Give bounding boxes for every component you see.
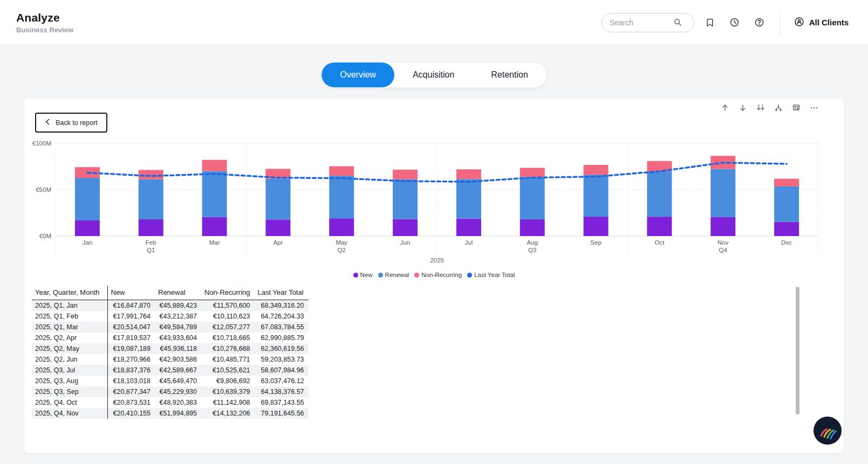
- value-cell: €10,110,623: [201, 311, 255, 322]
- table-scrollbar[interactable]: [796, 287, 799, 414]
- row-label-cell: 2025, Q1, Jan: [32, 300, 107, 311]
- table-header-row: Year, Quarter, MonthNewRenewalNon-Recurr…: [32, 286, 309, 300]
- table-row[interactable]: 2025, Q3, Jul€18,837,376€42,589,667€10,5…: [32, 365, 309, 376]
- bar-segment-non-recurring[interactable]: [393, 170, 418, 179]
- bar-segment-new[interactable]: [329, 218, 354, 236]
- back-to-report-button[interactable]: Back to report: [35, 113, 107, 133]
- bar-segment-new[interactable]: [456, 219, 481, 236]
- legend-item-new[interactable]: New: [353, 272, 373, 278]
- bar-segment-renewal[interactable]: [75, 178, 100, 220]
- bar-segment-renewal[interactable]: [647, 171, 672, 217]
- bar-segment-new[interactable]: [75, 220, 100, 236]
- bar-segment-new[interactable]: [584, 217, 609, 236]
- legend-item-renewal[interactable]: Renewal: [378, 272, 409, 278]
- bar-segment-non-recurring[interactable]: [520, 168, 545, 177]
- table-row[interactable]: 2025, Q2, May€19,087,189€45,936,118€10,2…: [32, 343, 309, 354]
- bar-segment-renewal[interactable]: [202, 171, 227, 217]
- tab-bar: OverviewAcquisitionRetention: [321, 62, 547, 88]
- bar-segment-renewal[interactable]: [710, 169, 735, 217]
- page-title: Analyze: [16, 11, 73, 24]
- value-cell: €49,584,789: [155, 322, 201, 333]
- bar-segment-new[interactable]: [774, 222, 799, 236]
- value-cell: €45,229,930: [155, 386, 201, 397]
- table-row[interactable]: 2025, Q2, Jun€18,270,966€42,903,586€10,4…: [32, 354, 309, 365]
- svg-text:Q4: Q4: [719, 247, 728, 253]
- revenue-chart[interactable]: €0M€50M€100MJanFebMarAprMayJunJulAugSepO…: [30, 137, 838, 268]
- bar-segment-new[interactable]: [202, 217, 227, 236]
- bar-segment-new[interactable]: [139, 219, 163, 236]
- bar-segment-renewal[interactable]: [139, 179, 163, 219]
- back-chevron-icon: [45, 119, 50, 127]
- bar-segment-renewal[interactable]: [584, 175, 609, 217]
- table-row[interactable]: 2025, Q1, Mar€20,514,047€49,584,789€12,0…: [32, 322, 309, 333]
- bookmark-icon[interactable]: [701, 13, 719, 32]
- value-cell: 63,037,476.12: [255, 376, 309, 386]
- table-row[interactable]: 2025, Q4, Nov€20,410,155€51,994,895€14,1…: [32, 408, 309, 419]
- bar-segment-new[interactable]: [710, 217, 735, 236]
- brand-logo-icon[interactable]: [813, 416, 842, 445]
- table-row[interactable]: 2025, Q1, Feb€17,991,764€43,212,387€10,1…: [32, 311, 309, 322]
- column-header[interactable]: Non-Recurring: [201, 286, 255, 300]
- all-clients-button[interactable]: All Clients: [791, 16, 852, 29]
- value-cell: €45,889,423: [155, 300, 201, 311]
- drill-mode-icon[interactable]: [774, 103, 783, 113]
- value-cell: 59,203,853.73: [255, 354, 309, 365]
- drill-down-icon[interactable]: [738, 103, 748, 113]
- svg-text:Oct: Oct: [654, 239, 665, 246]
- bar-segment-new[interactable]: [265, 219, 290, 236]
- value-cell: 58,607,984.96: [255, 365, 309, 376]
- stacked-bar-chart[interactable]: €0M€50M€100MJanFebMarAprMayJunJulAugSepO…: [30, 137, 823, 266]
- search-box[interactable]: [602, 13, 694, 32]
- legend-item-non-recurring[interactable]: Non-Recurring: [414, 272, 462, 278]
- back-button-label: Back to report: [56, 119, 98, 127]
- bar-segment-renewal[interactable]: [329, 176, 354, 218]
- bar-segment-non-recurring[interactable]: [774, 179, 799, 186]
- bar-segment-renewal[interactable]: [520, 177, 545, 219]
- matrix-table-container[interactable]: Year, Quarter, MonthNewRenewalNon-Recurr…: [32, 286, 323, 421]
- column-header[interactable]: Renewal: [155, 286, 201, 300]
- tab-retention[interactable]: Retention: [473, 63, 546, 87]
- expand-next-level-icon[interactable]: [756, 103, 766, 113]
- help-icon[interactable]: [750, 13, 769, 32]
- svg-text:Jun: Jun: [400, 239, 411, 246]
- value-cell: 64,726,204.33: [255, 311, 309, 322]
- column-header[interactable]: Year, Quarter, Month: [32, 286, 107, 300]
- value-cell: 69,837,143.55: [255, 397, 309, 408]
- legend-item-last-year-total[interactable]: Last Year Total: [467, 272, 515, 278]
- bar-segment-renewal[interactable]: [265, 179, 290, 220]
- bar-segment-non-recurring[interactable]: [202, 160, 227, 171]
- bar-segment-new[interactable]: [647, 217, 672, 236]
- bar-segment-non-recurring[interactable]: [456, 169, 481, 179]
- legend-label: Last Year Total: [474, 272, 515, 278]
- svg-text:Feb: Feb: [146, 239, 156, 246]
- history-icon[interactable]: [726, 13, 744, 32]
- bar-segment-renewal[interactable]: [774, 186, 799, 222]
- bar-segment-new[interactable]: [520, 219, 545, 236]
- value-cell: €20,514,047: [107, 322, 155, 333]
- legend-label: Non-Recurring: [421, 272, 462, 278]
- search-icon[interactable]: [669, 13, 687, 32]
- table-row[interactable]: 2025, Q1, Jan€16,847,870€45,889,423€11,5…: [32, 300, 309, 311]
- table-row[interactable]: 2025, Q3, Aug€18,103,018€45,649,470€9,80…: [32, 376, 309, 386]
- table-row[interactable]: 2025, Q4, Oct€20,873,531€48,920,383€11,1…: [32, 397, 309, 408]
- bar-segment-non-recurring[interactable]: [329, 166, 354, 176]
- bar-segment-non-recurring[interactable]: [584, 165, 609, 175]
- bar-segment-new[interactable]: [393, 219, 418, 236]
- tab-overview[interactable]: Overview: [322, 63, 394, 87]
- drill-up-icon[interactable]: [720, 103, 730, 113]
- table-row[interactable]: 2025, Q3, Sep€20,877,347€45,229,930€10,6…: [32, 386, 309, 397]
- value-cell: €16,847,870: [107, 300, 155, 311]
- legend-dot-icon: [414, 273, 419, 278]
- column-header[interactable]: New: [107, 286, 155, 300]
- search-input[interactable]: [609, 18, 669, 27]
- tab-acquisition[interactable]: Acquisition: [394, 63, 473, 87]
- bar-segment-non-recurring[interactable]: [139, 170, 163, 179]
- drill-through-icon[interactable]: [791, 103, 801, 113]
- table-row[interactable]: 2025, Q2, Apr€17,819,537€43,933,604€10,7…: [32, 333, 309, 343]
- value-cell: €45,936,118: [155, 343, 201, 354]
- more-options-icon[interactable]: [809, 103, 819, 113]
- bar-segment-renewal[interactable]: [456, 179, 481, 218]
- bar-segment-renewal[interactable]: [393, 179, 418, 219]
- column-header[interactable]: Last Year Total: [255, 286, 309, 300]
- value-cell: €45,649,470: [155, 376, 201, 386]
